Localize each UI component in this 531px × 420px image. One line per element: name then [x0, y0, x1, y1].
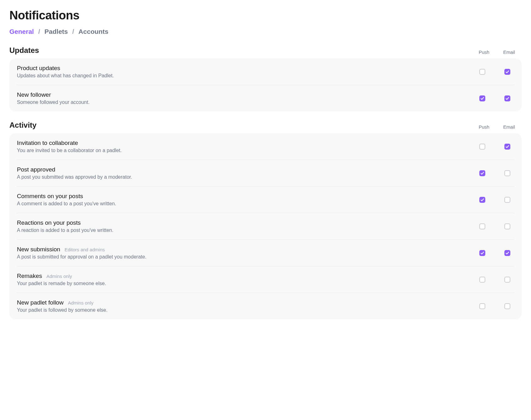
row-description: Someone followed your account.	[17, 100, 475, 105]
row-title: Product updates	[17, 65, 60, 72]
checkbox-push[interactable]	[479, 223, 485, 229]
column-header-email: Email	[502, 124, 516, 130]
section-title: Updates	[9, 46, 39, 55]
settings-row: Product updatesUpdates about what has ch…	[17, 59, 514, 85]
row-title: Reactions on your posts	[17, 219, 81, 226]
row-description: A comment is added to a post you've writ…	[17, 201, 475, 207]
checkbox-email[interactable]	[504, 95, 510, 101]
row-title: Remakes	[17, 273, 42, 279]
settings-row: Comments on your postsA comment is added…	[17, 187, 514, 213]
row-description: Your padlet is followed by someone else.	[17, 307, 475, 313]
row-title: Invitation to collaborate	[17, 140, 78, 146]
row-description: A reaction is added to a post you've wri…	[17, 228, 475, 233]
row-description: Updates about what has changed in Padlet…	[17, 73, 475, 79]
settings-card: Invitation to collaborateYou are invited…	[9, 133, 522, 319]
tabs-nav: General/Padlets/Accounts	[9, 28, 522, 35]
checkbox-email[interactable]	[504, 303, 510, 309]
settings-card: Product updatesUpdates about what has ch…	[9, 59, 522, 111]
settings-row: New padlet followAdmins onlyYour padlet …	[17, 293, 514, 319]
tab-accounts[interactable]: Accounts	[79, 28, 109, 35]
checkbox-push[interactable]	[479, 69, 485, 75]
settings-row: RemakesAdmins onlyYour padlet is remade …	[17, 266, 514, 293]
row-title: New padlet follow	[17, 299, 64, 306]
checkbox-push[interactable]	[479, 277, 485, 283]
checkbox-push[interactable]	[479, 144, 485, 150]
row-badge: Admins only	[68, 300, 94, 305]
row-title: Comments on your posts	[17, 193, 83, 200]
settings-row: New followerSomeone followed your accoun…	[17, 85, 514, 111]
row-description: A post is submitted for approval on a pa…	[17, 254, 475, 260]
checkbox-email[interactable]	[504, 223, 510, 229]
checkbox-push[interactable]	[479, 250, 485, 256]
checkbox-email[interactable]	[504, 197, 510, 203]
checkbox-email[interactable]	[504, 277, 510, 283]
tab-separator: /	[38, 28, 40, 35]
column-header-email: Email	[502, 49, 516, 55]
row-description: A post you submitted was approved by a m…	[17, 174, 475, 180]
row-badge: Editors and admins	[64, 247, 105, 252]
section-title: Activity	[9, 121, 37, 130]
checkbox-push[interactable]	[479, 197, 485, 203]
row-description: You are invited to be a collaborator on …	[17, 148, 475, 153]
page-title: Notifications	[9, 9, 522, 22]
checkbox-email[interactable]	[504, 69, 510, 75]
checkbox-email[interactable]	[504, 250, 510, 256]
checkbox-push[interactable]	[479, 303, 485, 309]
checkbox-email[interactable]	[504, 170, 510, 176]
settings-row: Post approvedA post you submitted was ap…	[17, 160, 514, 187]
checkbox-push[interactable]	[479, 95, 485, 101]
tab-general[interactable]: General	[9, 28, 34, 35]
row-title: New submission	[17, 246, 60, 253]
settings-row: Invitation to collaborateYou are invited…	[17, 133, 514, 160]
row-description: Your padlet is remade by someone else.	[17, 281, 475, 286]
row-badge: Admins only	[46, 274, 72, 279]
tab-padlets[interactable]: Padlets	[44, 28, 68, 35]
checkbox-email[interactable]	[504, 144, 510, 150]
settings-row: Reactions on your postsA reaction is add…	[17, 213, 514, 240]
checkbox-push[interactable]	[479, 170, 485, 176]
column-header-push: Push	[477, 49, 491, 55]
row-title: New follower	[17, 91, 51, 98]
row-title: Post approved	[17, 166, 55, 173]
tab-separator: /	[72, 28, 74, 35]
settings-row: New submissionEditors and adminsA post i…	[17, 240, 514, 266]
column-header-push: Push	[477, 124, 491, 130]
